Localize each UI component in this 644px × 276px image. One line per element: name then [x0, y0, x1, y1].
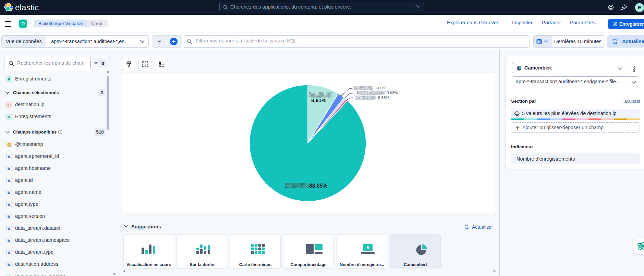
svg-text:?: ?	[59, 130, 61, 134]
svg-text:8: 8	[366, 245, 369, 250]
